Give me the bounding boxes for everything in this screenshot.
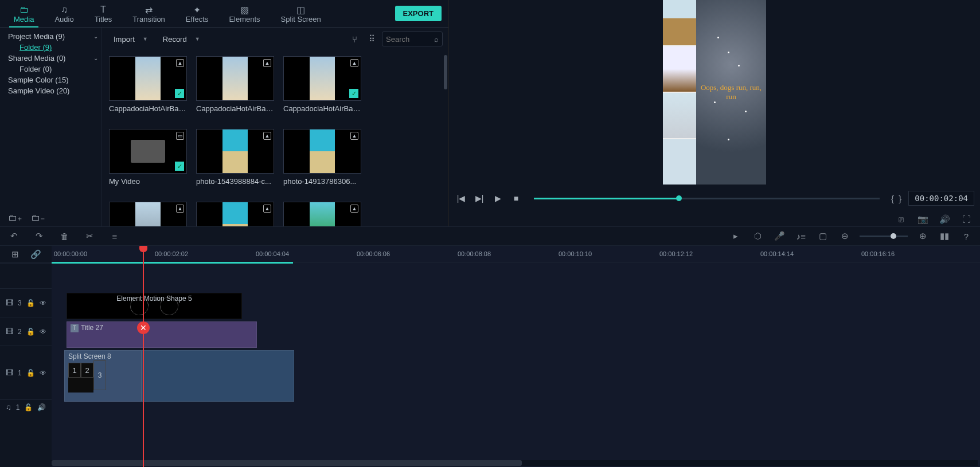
- media-thumb[interactable]: ▭✓My Video: [109, 129, 187, 186]
- audio-mixer-icon[interactable]: ♪≡: [794, 229, 808, 243]
- sidebar-item[interactable]: Folder (9): [0, 42, 101, 53]
- export-button[interactable]: EXPORT: [395, 6, 442, 21]
- import-dropdown[interactable]: Import▼: [108, 32, 154, 46]
- link-icon[interactable]: 🔗: [29, 248, 42, 261]
- image-badge-icon: ▲: [263, 132, 271, 140]
- eye-icon[interactable]: 👁: [40, 369, 46, 377]
- eye-icon[interactable]: 👁: [40, 328, 46, 336]
- playback-slider[interactable]: [534, 198, 880, 199]
- lock-icon[interactable]: 🔓: [26, 369, 35, 377]
- tab-elements[interactable]: ▧Elements: [218, 2, 270, 27]
- timecode-display: 00:00:02:04: [908, 191, 974, 206]
- render-icon[interactable]: ▸: [729, 229, 743, 243]
- image-badge-icon: ▲: [263, 205, 271, 213]
- search-box[interactable]: ⌕: [382, 32, 443, 46]
- transition-icon: ⇄: [145, 5, 153, 15]
- zoom-fit-icon[interactable]: ▮▮: [938, 229, 951, 243]
- image-badge-icon: ▲: [350, 205, 358, 213]
- tab-splitscreen[interactable]: ◫Split Screen: [271, 2, 331, 27]
- check-icon: ✓: [175, 162, 184, 171]
- sidebar-item[interactable]: Shared Media (0)⌄: [0, 53, 101, 64]
- fullscreen-icon[interactable]: ⛶: [959, 213, 973, 226]
- main-tabs: 🗀Media ♫Audio TTitles ⇄Transition ✦Effec…: [0, 0, 448, 28]
- media-grid: ▲✓CappadociaHotAirBall...▲CappadociaHotA…: [102, 50, 448, 226]
- crop-icon[interactable]: ▢: [816, 229, 830, 243]
- clip-title[interactable]: TTitle 27: [67, 321, 257, 348]
- track-header-1[interactable]: 🎞1🔓👁: [0, 346, 52, 399]
- sidebar-item[interactable]: Sample Video (20): [0, 85, 101, 96]
- sidebar-item[interactable]: Folder (0): [0, 64, 101, 74]
- prev-frame-button[interactable]: |◀: [455, 192, 467, 205]
- media-thumb[interactable]: ▲photo-1543988884-c...: [196, 129, 274, 186]
- add-track-icon[interactable]: ⊞: [8, 248, 22, 261]
- lock-icon[interactable]: 🔓: [26, 299, 35, 307]
- sidebar-item[interactable]: Sample Color (15): [0, 74, 101, 85]
- timeline-canvas[interactable]: 00:00:00:0000:00:02:0200:00:04:0400:00:0…: [52, 246, 980, 467]
- media-thumb[interactable]: ▲✓CappadociaHotAirBall...: [109, 56, 187, 113]
- voiceover-icon[interactable]: 🎤: [772, 229, 786, 243]
- chevron-down-icon: ⌄: [93, 33, 98, 40]
- undo-button[interactable]: ↶: [7, 229, 21, 243]
- stop-button[interactable]: ■: [510, 192, 522, 205]
- playhead[interactable]: [143, 246, 144, 467]
- zoom-slider[interactable]: [860, 236, 908, 237]
- timeline-horizontal-scrollbar[interactable]: [52, 460, 978, 466]
- render-preview-icon[interactable]: ⎚: [894, 213, 908, 226]
- delete-folder-icon[interactable]: 🗀₋: [31, 212, 45, 223]
- grid-view-icon[interactable]: ⠿: [365, 32, 378, 46]
- snapshot-icon[interactable]: 📷: [916, 213, 930, 226]
- eye-icon[interactable]: 👁: [40, 299, 46, 307]
- play-button[interactable]: ▶: [491, 192, 504, 205]
- marker-brackets[interactable]: { }: [891, 194, 903, 203]
- ruler-tick: 00:00:08:08: [458, 250, 491, 257]
- folder-icon: 🗀: [19, 5, 29, 15]
- thumb-label: CappadociaHotAirBall...: [109, 104, 187, 113]
- zoom-in-button[interactable]: ⊕: [916, 229, 930, 243]
- lock-icon[interactable]: 🔓: [24, 403, 33, 411]
- help-icon[interactable]: ?: [959, 229, 973, 243]
- clip-element[interactable]: Element Motion Shape 5: [67, 293, 242, 319]
- mute-icon[interactable]: 🔊: [37, 403, 46, 411]
- search-input[interactable]: [386, 35, 432, 44]
- playhead-close-icon[interactable]: ✕: [137, 321, 150, 334]
- tab-audio[interactable]: ♫Audio: [44, 2, 84, 27]
- media-thumb[interactable]: ▲CappadociaHotAirBall...: [196, 56, 274, 113]
- marker-icon[interactable]: ⬡: [751, 229, 764, 243]
- track-header-3[interactable]: 🎞3🔓👁: [0, 288, 52, 317]
- new-folder-icon[interactable]: 🗀₊: [8, 212, 22, 223]
- volume-icon[interactable]: 🔊: [938, 213, 951, 226]
- elements-icon: ▧: [240, 5, 249, 15]
- adjust-button[interactable]: ≡: [108, 229, 122, 243]
- redo-button[interactable]: ↷: [32, 229, 46, 243]
- delete-button[interactable]: 🗑: [57, 229, 71, 243]
- tab-media[interactable]: 🗀Media: [3, 2, 44, 27]
- sidebar-item[interactable]: Project Media (9)⌄: [0, 31, 101, 42]
- clip-splitscreen-2[interactable]: [142, 350, 294, 402]
- record-dropdown[interactable]: Record▼: [157, 32, 206, 46]
- ruler-tick: 00:00:12:12: [659, 250, 693, 257]
- image-badge-icon: ▲: [350, 132, 358, 140]
- track-header-2[interactable]: 🎞2🔓👁: [0, 317, 52, 346]
- media-thumb[interactable]: ▲✓CappadociaHotAirBall...: [283, 56, 361, 113]
- media-thumb[interactable]: ▲: [196, 202, 274, 226]
- tab-transition[interactable]: ⇄Transition: [122, 2, 175, 27]
- media-thumb[interactable]: ▲photo-14913786306...: [283, 129, 361, 186]
- clip-splitscreen[interactable]: Split Screen 8 123: [64, 350, 142, 402]
- split-icon: ◫: [296, 5, 305, 15]
- lock-icon[interactable]: 🔓: [26, 328, 35, 336]
- sparkle-icon: ✦: [193, 5, 201, 15]
- check-icon: ✓: [349, 89, 358, 98]
- media-thumb[interactable]: ▲: [109, 202, 187, 226]
- tab-titles[interactable]: TTitles: [84, 2, 123, 27]
- timeline-ruler[interactable]: 00:00:00:0000:00:02:0200:00:04:0400:00:0…: [52, 246, 980, 263]
- media-thumb[interactable]: ▲: [283, 202, 361, 226]
- split-button[interactable]: ✂: [83, 229, 96, 243]
- filter-icon[interactable]: ⑂: [348, 32, 361, 46]
- image-badge-icon: ▲: [176, 59, 184, 67]
- zoom-out-button[interactable]: ⊖: [838, 229, 852, 243]
- play-backward-button[interactable]: ▶|: [473, 192, 486, 205]
- track-header-audio[interactable]: ♫1🔓🔊: [0, 399, 52, 414]
- tab-effects[interactable]: ✦Effects: [175, 2, 219, 27]
- chevron-down-icon: ▼: [195, 36, 200, 42]
- audio-track-icon: ♫: [6, 403, 11, 411]
